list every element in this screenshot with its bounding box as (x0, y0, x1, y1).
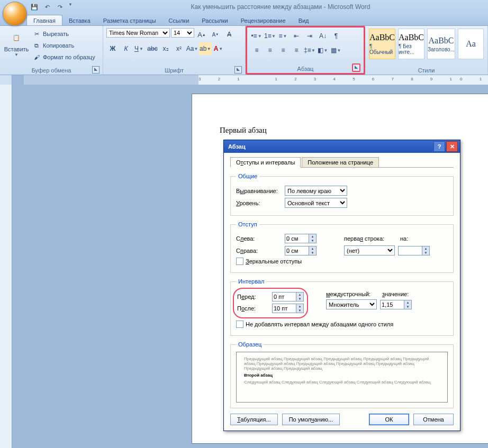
style-more[interactable]: Aa (458, 29, 484, 59)
style-heading1[interactable]: AaBbCЗаголово... (427, 29, 455, 59)
shrink-font-icon[interactable]: A▼ (209, 28, 222, 41)
font-name-select[interactable]: Times New Roman (106, 28, 170, 38)
ribbon: 📋 Вставить ▼ ✂Вырезать ⧉Копировать 🖌Форм… (0, 26, 488, 75)
tab-home[interactable]: Главная (26, 15, 62, 25)
paste-button[interactable]: 📋 Вставить ▼ (3, 28, 30, 58)
tabs-button[interactable]: Табуляция... (230, 414, 278, 425)
cancel-button[interactable]: Отмена (413, 414, 454, 425)
tab-position[interactable]: Положение на странице (302, 157, 379, 168)
multilevel-button[interactable]: ≡▼ (277, 30, 290, 42)
grow-font-icon[interactable]: A▲ (195, 28, 208, 41)
redo-icon[interactable]: ↷ (55, 2, 65, 12)
legend-indent: Отступ (236, 221, 259, 227)
paste-label: Вставить (4, 46, 29, 52)
clipboard-launcher[interactable]: ◣ (92, 66, 100, 74)
clear-format-icon[interactable]: A̶ (223, 28, 236, 41)
dialog-title: Абзац (228, 143, 246, 150)
save-icon[interactable]: 💾 (30, 2, 39, 12)
group-styles: AaBbC¶ Обычный AaBbC¶ Без инте... AaBbCЗ… (365, 26, 488, 75)
tab-references[interactable]: Ссылки (162, 15, 196, 25)
after-spinner[interactable]: ▲▼ (272, 304, 304, 313)
indent-right-spinner[interactable]: ▲▼ (285, 246, 317, 255)
legend-spacing: Интервал (236, 278, 266, 285)
legend-general: Общие (236, 173, 259, 179)
tab-view[interactable]: Вид (292, 15, 315, 25)
change-case-button[interactable]: Aa▼ (186, 42, 198, 55)
office-button[interactable] (3, 2, 27, 26)
qat-menu-icon[interactable]: ▼ (68, 2, 73, 12)
line-spacing-button[interactable]: ‡≡▼ (303, 44, 316, 57)
undo-icon[interactable]: ↶ (42, 2, 52, 12)
first-line-select[interactable]: (нет) (344, 245, 395, 255)
italic-button[interactable]: К (120, 42, 132, 55)
fieldset-indent: Отступ Слева: ▲▼ первая строка: на: Спра… (230, 221, 454, 273)
font-size-select[interactable]: 14 (171, 28, 194, 38)
paste-icon: 📋 (8, 29, 25, 46)
scissors-icon: ✂ (32, 30, 41, 38)
indent-left-spinner[interactable]: ▲▼ (285, 234, 317, 243)
show-marks-button[interactable]: ¶ (330, 30, 342, 42)
no-add-checkbox[interactable]: Не добавлять интервал между абзацами одн… (236, 321, 448, 328)
checkbox-icon (236, 321, 243, 328)
group-clipboard-title: Буфер обмена◣ (2, 66, 101, 75)
format-painter-button[interactable]: 🖌Формат по образцу (31, 51, 96, 63)
horizontal-ruler[interactable]: 3 2 1 1 2 3 4 5 6 7 8 9 10 11 12 13 14 1… (24, 75, 488, 85)
by-label: на: (400, 235, 416, 242)
level-label: Уровень: (236, 200, 282, 206)
paragraph-launcher[interactable]: ◣ (352, 63, 360, 72)
font-color-button[interactable]: A▼ (212, 42, 225, 55)
sort-button[interactable]: A↓ (317, 30, 329, 42)
vertical-ruler[interactable] (0, 85, 12, 448)
align-left-button[interactable]: ≡ (250, 44, 263, 57)
line-spacing-select[interactable]: Множитель (326, 299, 377, 309)
cut-button[interactable]: ✂Вырезать (31, 28, 96, 40)
numbering-button[interactable]: 1≡▼ (264, 30, 276, 42)
underline-button[interactable]: Ч▼ (133, 42, 146, 55)
paragraph-1[interactable]: Первый абзац (220, 126, 460, 135)
indent-left-label: Слева: (236, 235, 282, 242)
default-button[interactable]: По умолчанию... (282, 414, 340, 425)
level-select[interactable]: Основной текст (285, 198, 347, 208)
align-right-button[interactable]: ≡ (277, 44, 290, 57)
line-value-spinner[interactable]: ▲▼ (380, 300, 412, 309)
window-title: Как уменьшить расстояние между абзацами … (73, 3, 488, 11)
align-center-button[interactable]: ≡ (264, 44, 276, 57)
group-clipboard: 📋 Вставить ▼ ✂Вырезать ⧉Копировать 🖌Форм… (0, 26, 103, 75)
group-font: Times New Roman 14 A▲ A▼ A̶ Ж К Ч▼ abc x… (103, 26, 246, 75)
font-launcher[interactable]: ◣ (234, 66, 242, 74)
ok-button[interactable]: ОК (369, 414, 409, 425)
strike-button[interactable]: abc (146, 42, 159, 55)
bold-button[interactable]: Ж (106, 42, 119, 55)
align-justify-button[interactable]: ≡ (290, 44, 303, 57)
tab-insert[interactable]: Вставка (62, 15, 97, 25)
tab-mailings[interactable]: Рассылки (195, 15, 234, 25)
style-no-spacing[interactable]: AaBbC¶ Без инте... (398, 29, 424, 59)
dialog-titlebar[interactable]: Абзац ? ✕ (224, 140, 460, 153)
fieldset-sample: Образец Предыдущий абзац Предыдущий абза… (230, 341, 454, 408)
subscript-button[interactable]: x₂ (159, 42, 172, 55)
align-select[interactable]: По левому краю (285, 186, 347, 196)
legend-sample: Образец (236, 341, 264, 348)
borders-button[interactable]: ▦▼ (330, 44, 342, 57)
group-styles-title: Стили (367, 66, 485, 75)
tab-indents[interactable]: Отступы и интервалы (230, 157, 301, 168)
superscript-button[interactable]: x² (173, 42, 185, 55)
dialog-close-button[interactable]: ✕ (446, 141, 458, 152)
copy-button[interactable]: ⧉Копировать (31, 40, 96, 51)
first-line-by-spinner[interactable]: ▲▼ (398, 246, 430, 255)
indent-inc-button[interactable]: ⇥ (303, 30, 316, 42)
highlight-button[interactable]: ab▼ (199, 42, 212, 55)
shading-button[interactable]: ◧▼ (317, 44, 329, 57)
before-spinner[interactable]: ▲▼ (272, 292, 304, 301)
brush-icon: 🖌 (32, 53, 41, 61)
first-line-label: первая строка: (344, 235, 397, 242)
indent-dec-button[interactable]: ⇤ (290, 30, 303, 42)
tab-review[interactable]: Рецензирование (234, 15, 292, 25)
value-label: значение: (382, 291, 414, 297)
mirror-checkbox[interactable]: Зеркальные отступы (236, 258, 448, 265)
tab-layout[interactable]: Разметка страницы (97, 15, 162, 25)
style-normal[interactable]: AaBbC¶ Обычный (369, 29, 395, 59)
dialog-help-button[interactable]: ? (433, 141, 445, 152)
line-spacing-label: междустрочный: (326, 291, 379, 297)
bullets-button[interactable]: •≡▼ (250, 30, 263, 42)
